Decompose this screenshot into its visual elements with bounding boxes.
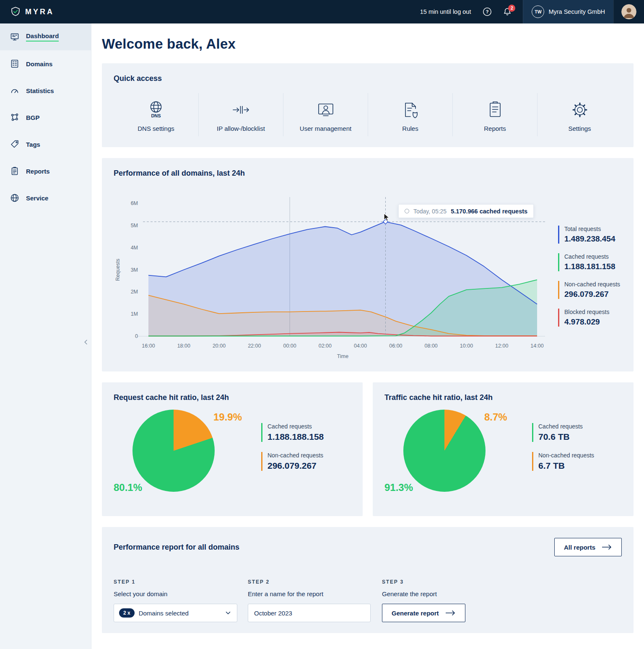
svg-text:2M: 2M bbox=[131, 289, 138, 295]
company-avatar: TW bbox=[532, 5, 544, 18]
chevron-down-icon bbox=[224, 609, 232, 617]
quick-access-card: Quick access DNS DNS settings IP allow bbox=[102, 63, 634, 147]
svg-text:16:00: 16:00 bbox=[142, 343, 155, 349]
svg-text:06:00: 06:00 bbox=[389, 343, 402, 349]
sidebar-item-dashboard[interactable]: Dashboard bbox=[0, 23, 91, 50]
sidebar-item-service[interactable]: Service bbox=[0, 184, 91, 211]
svg-text:0: 0 bbox=[135, 333, 138, 339]
report-step-3: STEP 3 Generate the report Generate repo… bbox=[382, 579, 622, 622]
svg-text:10:00: 10:00 bbox=[460, 343, 473, 349]
notifications-bell-icon[interactable]: 2 bbox=[503, 7, 512, 16]
traffic-non-cached-percent: 8.7% bbox=[484, 411, 507, 423]
notification-count-badge: 2 bbox=[508, 5, 515, 12]
legend-blocked-requests: Blocked requests 4.978.029 bbox=[558, 309, 622, 327]
domain-select-dropdown[interactable]: 2 x Domains selected bbox=[114, 604, 237, 622]
legend-non-cached-requests: Non-cached requests 296.079.267 bbox=[558, 281, 622, 299]
legend-cached-requests: Cached requests 1.188.188.158 bbox=[261, 423, 324, 442]
sidebar-item-tags[interactable]: Tags bbox=[0, 131, 91, 158]
performance-chart-svg: 01M2M3M4M5M6M16:0018:0020:0022:0000:0002… bbox=[114, 193, 558, 361]
quick-access-user-management[interactable]: User management bbox=[283, 93, 368, 136]
sidebar-item-statistics[interactable]: Statistics bbox=[0, 77, 91, 104]
svg-text:18:00: 18:00 bbox=[177, 343, 190, 349]
dns-settings-icon: DNS bbox=[146, 100, 166, 120]
arrow-right-icon bbox=[446, 610, 456, 615]
myra-logo[interactable]: MYRA bbox=[0, 6, 64, 17]
logout-timer: 15 min until log out bbox=[420, 8, 471, 15]
report-name-input[interactable] bbox=[248, 604, 371, 622]
help-icon[interactable]: ? bbox=[483, 7, 492, 16]
svg-text:00:00: 00:00 bbox=[283, 343, 296, 349]
company-selector[interactable]: TW Myra Security GmbH bbox=[523, 0, 613, 23]
sidebar-item-domains[interactable]: Domains bbox=[0, 50, 91, 77]
settings-gear-icon bbox=[570, 100, 590, 120]
step-3-eyebrow: STEP 3 bbox=[382, 579, 622, 585]
svg-text:4M: 4M bbox=[131, 245, 138, 251]
user-menu[interactable] bbox=[613, 0, 644, 23]
performance-title: Performance of all domains, last 24h bbox=[114, 169, 622, 178]
quick-access-rules[interactable]: Rules bbox=[368, 93, 452, 136]
generate-report-button[interactable]: Generate report bbox=[382, 604, 465, 622]
svg-text:5M: 5M bbox=[131, 223, 138, 228]
request-cache-ratio-card: Request cache hit ratio, last 24h 19.9% … bbox=[102, 382, 363, 516]
dropdown-value: Domains selected bbox=[139, 610, 189, 617]
step-2-label: Enter a name for the report bbox=[248, 590, 382, 597]
sidebar-collapse-chevron-icon[interactable] bbox=[81, 337, 91, 349]
legend-cached-requests: Cached requests 1.188.181.158 bbox=[558, 253, 622, 271]
sidebar-item-reports[interactable]: Reports bbox=[0, 158, 91, 184]
all-reports-button[interactable]: All reports bbox=[554, 538, 622, 556]
legend-cached-traffic: Cached requests 70.6 TB bbox=[532, 423, 594, 442]
domains-icon bbox=[10, 59, 19, 68]
svg-text:22:00: 22:00 bbox=[248, 343, 261, 349]
brand-name: MYRA bbox=[25, 8, 54, 16]
tooltip-time: Today, 05:25 bbox=[413, 208, 447, 215]
traffic-cache-pie-chart bbox=[403, 410, 486, 492]
bgp-icon bbox=[10, 113, 19, 122]
legend-non-cached-requests: Non-cached requests 296.079.267 bbox=[261, 452, 324, 471]
quick-access-settings[interactable]: Settings bbox=[537, 93, 622, 136]
traffic-cached-percent: 91.3% bbox=[384, 482, 413, 493]
svg-text:04:00: 04:00 bbox=[354, 343, 367, 349]
topbar: MYRA 15 min until log out ? 2 TW Myra Se… bbox=[0, 0, 644, 23]
step-3-label: Generate the report bbox=[382, 590, 622, 597]
svg-text:?: ? bbox=[486, 9, 489, 14]
step-2-eyebrow: STEP 2 bbox=[248, 579, 382, 585]
quick-access-title: Quick access bbox=[114, 74, 622, 83]
main-content: Welcome back, Alex Quick access DNS DNS … bbox=[91, 23, 644, 649]
chart-legend: Total requests 1.489.238.454 Cached requ… bbox=[558, 193, 622, 361]
performance-area-chart: 01M2M3M4M5M6M16:0018:0020:0022:0000:0002… bbox=[114, 193, 558, 361]
user-avatar bbox=[621, 4, 636, 19]
tooltip-marker-icon bbox=[405, 209, 409, 213]
mouse-cursor bbox=[384, 213, 391, 225]
request-ratio-title: Request cache hit ratio, last 24h bbox=[114, 393, 351, 402]
quick-access-dns-settings[interactable]: DNS DNS settings bbox=[114, 93, 198, 136]
svg-text:Time: Time bbox=[337, 353, 348, 359]
dashboard-icon bbox=[10, 32, 19, 42]
svg-text:1M: 1M bbox=[131, 311, 138, 317]
step-1-label: Select your domain bbox=[114, 590, 248, 597]
traffic-cache-ratio-card: Traffic cache hit ratio, last 24h 8.7% 9… bbox=[373, 382, 634, 516]
tooltip-value: 5.170.966 cached requests bbox=[451, 208, 527, 215]
svg-text:20:00: 20:00 bbox=[213, 343, 226, 349]
svg-text:14:00: 14:00 bbox=[530, 343, 543, 349]
quick-access-reports[interactable]: Reports bbox=[452, 93, 537, 136]
reports-clipboard-icon bbox=[485, 100, 505, 120]
request-pie-legend: Cached requests 1.188.188.158 Non-cached… bbox=[261, 423, 324, 471]
legend-non-cached-traffic: Non-cached requests 6.7 TB bbox=[532, 452, 594, 471]
chart-tooltip: Today, 05:25 5.170.966 cached requests bbox=[398, 204, 534, 218]
svg-text:Requests: Requests bbox=[115, 259, 121, 281]
user-management-icon bbox=[316, 100, 336, 120]
legend-total-requests: Total requests 1.489.238.454 bbox=[558, 226, 622, 244]
request-cached-percent: 80.1% bbox=[114, 482, 142, 493]
svg-text:DNS: DNS bbox=[151, 113, 161, 118]
svg-text:3M: 3M bbox=[131, 267, 138, 273]
svg-text:12:00: 12:00 bbox=[495, 343, 508, 349]
performance-card: Performance of all domains, last 24h 01M… bbox=[102, 158, 634, 371]
performance-report-card: Performance report for all domains All r… bbox=[102, 527, 634, 633]
sidebar-item-bgp[interactable]: BGP bbox=[0, 104, 91, 131]
report-title: Performance report for all domains bbox=[114, 543, 239, 552]
svg-text:08:00: 08:00 bbox=[425, 343, 438, 349]
svg-text:6M: 6M bbox=[131, 200, 138, 206]
tags-icon bbox=[10, 140, 19, 149]
report-step-1: STEP 1 Select your domain 2 x Domains se… bbox=[114, 579, 248, 622]
quick-access-ip-allow-blocklist[interactable]: IP allow-/blocklist bbox=[198, 93, 283, 136]
